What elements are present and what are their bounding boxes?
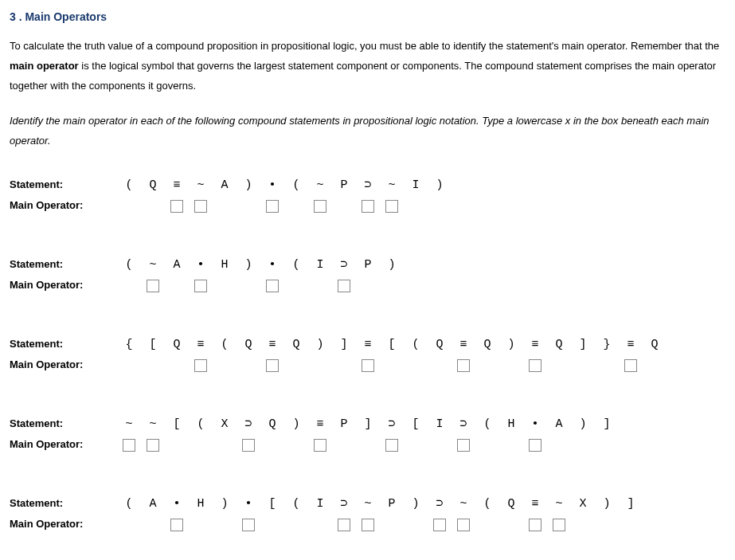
problem-block: Statement:(~A•H)•(I⊃P)Main Operator: — [10, 255, 725, 296]
operator-cell — [428, 435, 452, 456]
operator-cell — [260, 435, 284, 456]
operator-input[interactable] — [385, 439, 398, 452]
symbol: ] — [356, 416, 380, 433]
symbol: ] — [332, 336, 356, 354]
operator-cell — [475, 355, 499, 376]
intro-bold: main operator — [10, 60, 79, 72]
operator-input[interactable] — [266, 280, 279, 292]
symbol: P — [332, 416, 356, 433]
operator-cell — [595, 515, 619, 535]
operator-cell — [332, 196, 356, 217]
symbol: ⊃ — [452, 416, 475, 433]
symbol: [ — [260, 495, 284, 513]
operator-cell — [165, 196, 189, 217]
operator-cell — [141, 196, 165, 217]
operator-cell — [284, 355, 308, 376]
operator-input[interactable] — [362, 359, 374, 372]
symbol: ) — [237, 257, 260, 274]
operator-cell — [595, 435, 619, 456]
operator-cell — [475, 515, 499, 535]
operator-input[interactable] — [194, 359, 207, 372]
problem-block: Statement:~~[(X⊃Q)≡P]⊃[I⊃(H•A)]Main Oper… — [10, 414, 725, 456]
operator-input[interactable] — [147, 280, 159, 292]
operator-cell — [284, 515, 308, 535]
operator-cell — [141, 435, 165, 456]
operator-input[interactable] — [338, 519, 350, 531]
operator-input[interactable] — [266, 359, 279, 372]
symbol: I — [428, 416, 452, 433]
operator-input[interactable] — [170, 200, 183, 213]
operator-input[interactable] — [170, 519, 183, 531]
operator-cell — [189, 515, 213, 535]
operator-cell — [117, 196, 141, 217]
operator-input[interactable] — [529, 359, 541, 372]
symbol: ≡ — [523, 336, 547, 354]
operator-input[interactable] — [457, 359, 470, 372]
operator-input[interactable] — [553, 519, 565, 531]
symbol: ) — [213, 495, 237, 513]
operator-input[interactable] — [194, 280, 207, 292]
operator-input[interactable] — [314, 200, 326, 213]
symbol: } — [595, 336, 619, 354]
operator-input[interactable] — [457, 519, 470, 531]
operator-cell — [475, 435, 499, 456]
operator-input[interactable] — [385, 200, 398, 213]
operator-cell — [452, 355, 475, 376]
operator-input[interactable] — [362, 200, 374, 213]
operator-cell — [308, 435, 332, 456]
operator-cell — [260, 196, 284, 217]
operator-input[interactable] — [242, 439, 255, 452]
symbol: ≡ — [356, 336, 380, 354]
operator-cell — [189, 435, 213, 456]
symbol: ) — [404, 495, 428, 513]
operator-cell — [332, 276, 356, 296]
operator-cell — [308, 196, 332, 217]
operator-cell — [260, 355, 284, 376]
operator-cell — [404, 196, 428, 217]
operator-cell — [213, 515, 237, 535]
statement-label: Statement: — [10, 336, 117, 353]
statement-label: Statement: — [10, 495, 117, 512]
operator-input[interactable] — [123, 439, 135, 452]
operator-cell — [165, 515, 189, 535]
operator-input[interactable] — [266, 200, 279, 213]
symbol: ( — [284, 495, 308, 513]
operator-cell — [523, 435, 547, 456]
operator-cell — [141, 355, 165, 376]
operator-input[interactable] — [362, 519, 374, 531]
operator-input[interactable] — [338, 280, 350, 292]
operator-input[interactable] — [529, 439, 541, 452]
operator-cell — [356, 515, 380, 535]
symbol: ⊃ — [237, 416, 260, 433]
symbol: ≡ — [308, 416, 332, 433]
operator-cell — [380, 276, 404, 296]
main-operator-label: Main Operator: — [10, 277, 117, 294]
section-heading: 3 . Main Operators — [10, 8, 725, 25]
symbol: • — [260, 177, 284, 194]
operator-input[interactable] — [457, 439, 470, 452]
operator-input[interactable] — [194, 200, 207, 213]
symbol: ] — [595, 416, 619, 433]
symbol: • — [523, 416, 547, 433]
operator-input[interactable] — [433, 519, 446, 531]
operator-input[interactable] — [242, 519, 255, 531]
operator-cell — [141, 515, 165, 535]
symbol: ) — [499, 336, 523, 354]
operator-cell — [117, 515, 141, 535]
operator-cell — [237, 276, 260, 296]
operator-input[interactable] — [314, 439, 326, 452]
intro-text-pre: To calculate the truth value of a compou… — [10, 40, 719, 52]
instructions: Identify the main operator in each of th… — [10, 112, 725, 151]
symbol: ) — [571, 416, 595, 433]
operator-cell — [213, 196, 237, 217]
symbol: P — [380, 495, 404, 513]
symbol: I — [308, 257, 332, 274]
operator-input[interactable] — [624, 359, 637, 372]
operator-cell — [308, 515, 332, 535]
symbol: ( — [404, 336, 428, 354]
operator-input[interactable] — [529, 519, 541, 531]
symbol: ) — [428, 177, 452, 194]
operator-cell — [284, 196, 308, 217]
operator-input[interactable] — [147, 439, 159, 452]
operator-cell — [643, 355, 667, 376]
